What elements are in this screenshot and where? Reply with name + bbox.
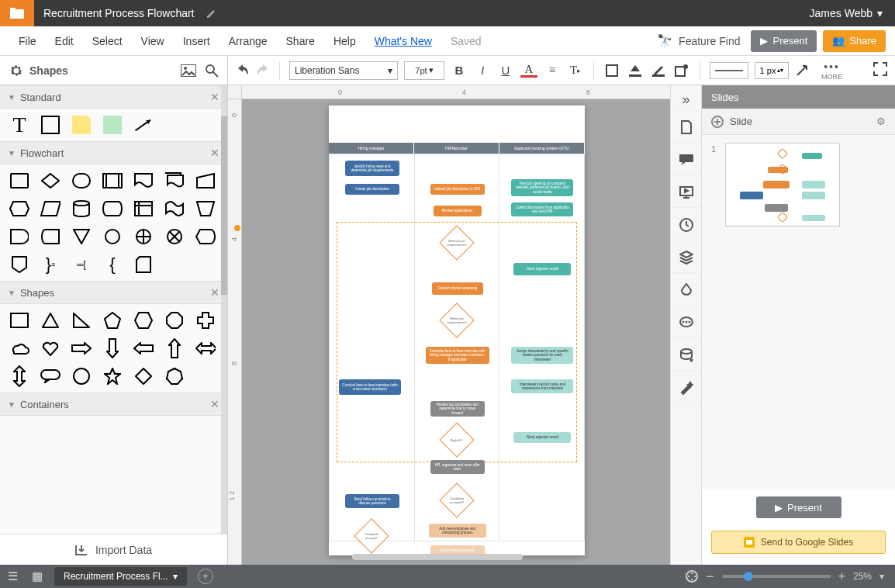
fc-stored[interactable] [40, 227, 60, 247]
fc-multidoc[interactable] [164, 171, 185, 191]
menu-file[interactable]: File [9, 35, 46, 47]
data-icon[interactable] [671, 340, 702, 371]
fc-offpage[interactable] [9, 254, 29, 275]
panel-scrollbar[interactable] [221, 85, 227, 534]
zoom-out-button[interactable]: − [706, 569, 714, 585]
add-page-button[interactable]: + [198, 569, 213, 584]
node-o4[interactable]: Schedule face-to-face interview with hir… [426, 347, 489, 364]
s-arrow-up[interactable] [164, 338, 185, 358]
fc-predefined[interactable] [102, 171, 123, 191]
list-view-icon[interactable]: ☰ [0, 569, 25, 583]
slide-thumbnail[interactable] [725, 143, 840, 227]
node-b4[interactable]: Conduct face-to-face interview (with cro… [339, 379, 401, 395]
fc-manual-input[interactable] [195, 171, 216, 191]
line-arrow-button[interactable] [795, 62, 812, 79]
chat-icon[interactable] [671, 307, 702, 338]
fc-sum[interactable] [164, 227, 185, 247]
fc-database[interactable] [71, 199, 92, 219]
node-d4[interactable]: Candidate accepted? [439, 483, 474, 517]
redo-icon[interactable] [256, 64, 270, 78]
s-cross[interactable] [195, 310, 216, 330]
feature-find[interactable]: 🔭 Feature Find [657, 33, 751, 48]
text-color-button[interactable]: A [520, 63, 537, 78]
node-t2[interactable]: Collect information from applicants and … [511, 202, 573, 216]
node-b1[interactable]: Identify hiring need and determine job r… [345, 161, 399, 176]
s-arrow-left[interactable] [133, 338, 154, 358]
fc-decision[interactable] [40, 171, 60, 191]
canvas-scrollbar[interactable] [352, 554, 523, 560]
node-o1[interactable]: Upload job description to ATS [430, 184, 485, 195]
node-g1[interactable]: Review top candidates and determine how … [430, 401, 485, 417]
page[interactable]: Hiring manager HR/Recruiter Applicant tr… [329, 105, 585, 555]
panel-present-button[interactable]: ▶ Present [756, 496, 841, 518]
shape-options-button[interactable] [673, 62, 690, 79]
section-standard[interactable]: ▼ Standard ✕ [0, 85, 227, 109]
history-icon[interactable] [671, 209, 702, 240]
fullscreen-button[interactable] [873, 62, 887, 79]
s-pentagon[interactable] [102, 310, 123, 330]
close-icon[interactable]: ✕ [210, 286, 219, 299]
import-data-button[interactable]: Import Data [0, 534, 227, 565]
line-color-button[interactable] [650, 62, 667, 79]
search-icon[interactable] [204, 63, 219, 78]
line-width-select[interactable]: 1 px▴▾ [755, 62, 789, 79]
node-t5[interactable]: Interviewers record notes and impression… [511, 379, 573, 393]
text-style-button[interactable]: T▸ [567, 62, 584, 79]
line-style-select[interactable] [710, 62, 748, 79]
grid-view-icon[interactable]: ▦ [25, 569, 50, 583]
node-d1[interactable]: Meets basic requirements? [439, 225, 474, 260]
square-shape[interactable] [40, 115, 60, 135]
node-t4[interactable]: Assign interviewer(s) and specific revie… [511, 347, 573, 364]
menu-arrange[interactable]: Arrange [219, 35, 277, 47]
magic-icon[interactable] [671, 372, 702, 403]
fc-note[interactable]: ═[ [71, 254, 92, 275]
fc-merge[interactable] [71, 227, 92, 247]
collapse-panel-icon[interactable]: » [671, 90, 702, 110]
menu-select[interactable]: Select [83, 35, 132, 47]
fc-paper-tape[interactable] [164, 199, 185, 219]
s-arrow-down[interactable] [102, 338, 123, 358]
node-b3[interactable]: Send follow-up email to discuss question… [345, 494, 399, 508]
s-rect[interactable] [9, 310, 29, 330]
fc-display[interactable] [195, 227, 216, 247]
fill-color-button[interactable] [627, 62, 644, 79]
fc-preparation[interactable] [9, 199, 29, 219]
edit-title-icon[interactable] [207, 9, 216, 18]
s-callout[interactable] [40, 366, 60, 386]
gear-icon[interactable] [9, 64, 23, 78]
fc-document[interactable] [133, 171, 154, 191]
node-o3[interactable]: Conduct phone screening [432, 282, 483, 295]
s-polyconnector[interactable] [164, 366, 185, 386]
fc-brace-left[interactable]: { [102, 254, 123, 275]
target-icon[interactable] [686, 570, 698, 583]
node-t1[interactable]: Post job opening on company website, pre… [511, 179, 573, 196]
bold-button[interactable]: B [451, 62, 468, 79]
send-google-slides-button[interactable]: Send to Google Slides [711, 531, 886, 554]
s-arrow-ud[interactable] [9, 366, 29, 386]
s-heart[interactable] [40, 338, 60, 358]
italic-button[interactable]: I [474, 62, 491, 79]
font-size-select[interactable]: 7pt ▾ [404, 61, 444, 80]
node-t6[interactable]: Send rejection email [513, 432, 571, 443]
zoom-slider[interactable] [722, 575, 831, 578]
section-shapes[interactable]: ▼ Shapes ✕ [0, 281, 227, 304]
layers-icon[interactable] [671, 242, 702, 273]
fc-terminator[interactable] [71, 171, 92, 191]
underline-button[interactable]: U [497, 62, 514, 79]
align-button[interactable]: ≡ [544, 62, 561, 79]
share-button[interactable]: 👥 Share [823, 30, 886, 52]
s-arrow-right[interactable] [71, 338, 92, 358]
canvas[interactable]: 0 4 8 0 4 8 1 2 Hiring manager HR/Recrui… [228, 85, 670, 565]
folder-button[interactable] [0, 0, 34, 26]
zoom-in-button[interactable]: + [838, 569, 845, 583]
undo-icon[interactable] [236, 64, 250, 78]
menu-view[interactable]: View [132, 35, 174, 47]
font-select[interactable]: Liberation Sans▾ [289, 61, 398, 80]
arrow-shape[interactable] [133, 115, 154, 135]
add-slide-icon[interactable] [711, 116, 724, 128]
fc-connector[interactable] [102, 227, 123, 247]
s-circle[interactable] [71, 366, 92, 386]
comment-icon[interactable] [671, 144, 702, 175]
fc-data[interactable] [40, 199, 60, 219]
s-hexagon[interactable] [133, 310, 154, 330]
